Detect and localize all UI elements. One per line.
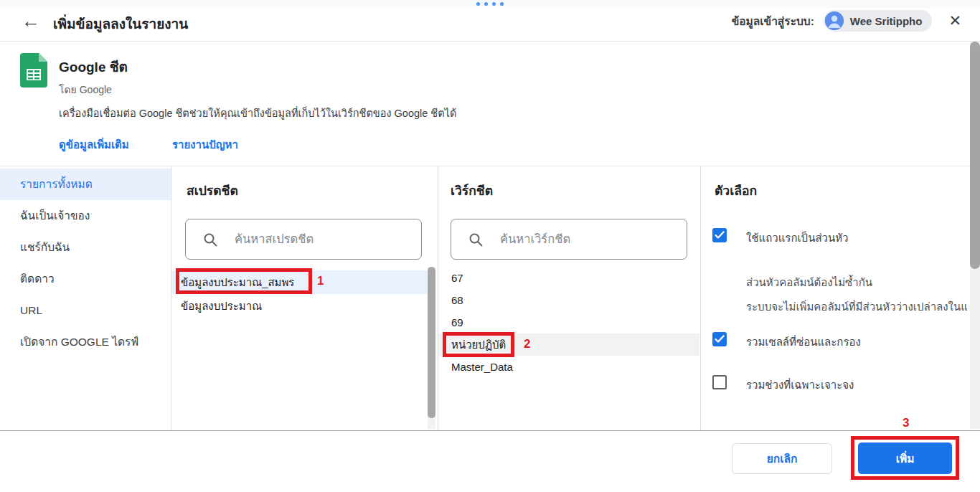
options-heading: ตัวเลือก (715, 181, 757, 201)
sidebar-item-url[interactable]: URL (0, 295, 171, 326)
worksheet-heading: เวิร์กชีต (451, 181, 493, 201)
sidebar-item-open-from-drive[interactable]: เปิดจาก GOOGLE ไดรฟ์ (0, 326, 171, 358)
spreadsheet-scrollbar-thumb[interactable] (428, 267, 435, 418)
connector-byline: โดย Google (59, 82, 112, 98)
worksheet-search-input[interactable] (500, 232, 651, 246)
page-title: เพิ่มข้อมูลลงในรายงาน (53, 13, 188, 34)
auth-label: ข้อมูลเข้าสู่ระบบ: (732, 12, 814, 30)
worksheet-item[interactable]: 69 (438, 311, 699, 333)
sidebar-item-owned-by-me[interactable]: ฉันเป็นเจ้าของ (0, 200, 171, 232)
sidebar-item-all[interactable]: รายการทั้งหมด (0, 169, 171, 200)
divider-worksheet (700, 166, 701, 430)
annotation-number-step3: 3 (903, 416, 909, 430)
learn-more-link[interactable]: ดูข้อมูลเพิ่มเติม (59, 136, 129, 153)
worksheet-item[interactable]: 67 (438, 267, 699, 289)
worksheet-item[interactable]: 68 (438, 289, 699, 311)
sidebar-item-shared-with-me[interactable]: แชร์กับฉัน (0, 232, 171, 263)
connector-name: Google ชีต (59, 56, 128, 77)
account-pill[interactable]: Wee Sritippho (824, 10, 933, 32)
content-top-divider (0, 166, 980, 166)
back-arrow-icon[interactable]: ← (22, 9, 40, 32)
spreadsheet-search-input[interactable] (235, 232, 385, 246)
search-icon (468, 232, 483, 247)
account-name: Wee Sritippho (850, 15, 923, 27)
cancel-button[interactable]: ยกเลิก (732, 443, 832, 474)
panel-scrollbar-thumb[interactable] (970, 42, 980, 269)
close-icon[interactable]: ✕ (948, 12, 961, 29)
annotation-box-step1 (176, 268, 312, 294)
report-issue-link[interactable]: รายงานปัญหา (172, 136, 238, 153)
header-right: ข้อมูลเข้าสู่ระบบ: Wee Sritippho ✕ (732, 9, 961, 32)
annotation-number-step2: 2 (524, 337, 530, 351)
spreadsheet-item[interactable]: ข้อมูลงบประมาณ (171, 294, 427, 318)
search-icon (203, 232, 217, 247)
checkbox-include-hidden-filtered[interactable] (712, 332, 727, 346)
annotation-box-step3 (851, 436, 959, 480)
footer-divider (0, 430, 980, 431)
checkbox-first-row-header[interactable] (712, 228, 727, 242)
google-sheets-icon (20, 53, 47, 90)
avatar-icon (825, 11, 844, 30)
checkbox-label-specific-range[interactable]: รวมช่วงที่เฉพาะเจาะจง (746, 377, 854, 394)
header-divider (0, 41, 980, 42)
spreadsheet-search-box (185, 219, 422, 260)
option-note-empty-headers: ระบบจะไม่เพิ่มคอลัมน์ที่มีส่วนหัวว่างเปล… (746, 298, 967, 316)
drag-handle-dots-icon[interactable] (0, 2, 980, 6)
annotation-number-step1: 1 (317, 274, 324, 288)
worksheet-search-box (451, 219, 687, 260)
worksheet-item[interactable]: Master_Data (438, 356, 699, 378)
option-note-unique-headers: ส่วนหัวคอลัมน์ต้องไม่ซ้ำกัน (746, 274, 872, 291)
checkbox-label-include-hidden-filtered[interactable]: รวมเซลล์ที่ซ่อนและกรอง (746, 333, 861, 351)
checkbox-label-first-row-header[interactable]: ใช้แถวแรกเป็นส่วนหัว (746, 230, 849, 247)
add-data-dialog: ← เพิ่มข้อมูลลงในรายงาน ข้อมูลเข้าสู่ระบ… (0, 0, 980, 492)
connector-description: เครื่องมือเชื่อมต่อ Google ชีตช่วยให้คุณ… (59, 105, 456, 121)
sidebar-item-starred[interactable]: ติดดาว (0, 263, 171, 295)
checkbox-specific-range[interactable] (712, 375, 727, 389)
spreadsheet-heading: สเปรดชีต (187, 181, 238, 201)
annotation-box-step2 (443, 332, 514, 357)
